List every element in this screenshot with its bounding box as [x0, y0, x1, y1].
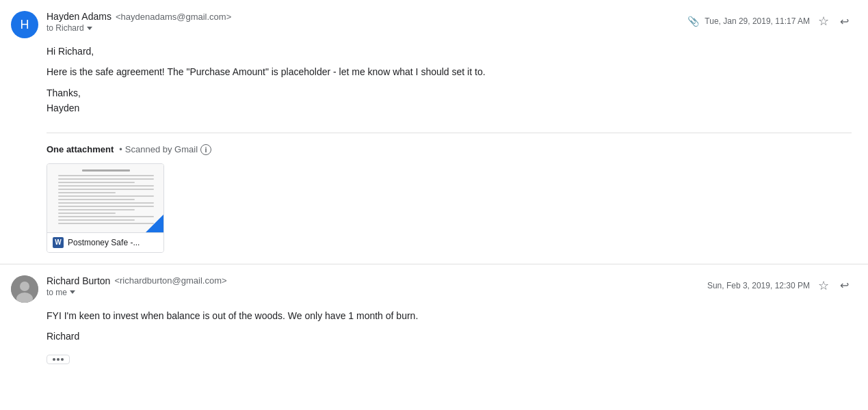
avatar-hayden: H	[11, 11, 38, 38]
email-body-1: Hi Richard, Here is the safe agreement! …	[47, 44, 852, 116]
signature-2: Richard	[47, 329, 852, 344]
expand-dots-button[interactable]	[47, 355, 70, 364]
to-label-2[interactable]: to me	[47, 288, 227, 297]
email-header-2: Richard Burton <richardburton@gmail.com>…	[11, 275, 852, 303]
attachment-corner	[146, 213, 164, 232]
doc-line	[58, 192, 116, 193]
sender-name-1: Hayden Adams	[47, 11, 111, 22]
sender-area-2: Richard Burton <richardburton@gmail.com>…	[11, 275, 227, 303]
star-button-2[interactable]: ☆	[815, 275, 832, 296]
body-content-2: FYI I'm keen to invest when balance is o…	[47, 308, 852, 323]
email-header-1: H Hayden Adams <haydenadams@gmail.com> t…	[11, 11, 852, 38]
header-right-1: 📎 Tue, Jan 29, 2019, 11:17 AM ☆ ↩	[687, 11, 852, 31]
word-icon: W	[53, 237, 64, 248]
email-body-2: FYI I'm keen to invest when balance is o…	[47, 308, 852, 366]
header-icons-2: ☆ ↩	[815, 275, 852, 296]
avatar-svg	[11, 275, 38, 303]
sender-name-row-2: Richard Burton <richardburton@gmail.com>	[47, 275, 227, 286]
doc-line	[58, 223, 154, 224]
sender-name-2: Richard Burton	[47, 275, 110, 286]
doc-line	[58, 185, 154, 187]
reply-button-1[interactable]: ↩	[837, 12, 852, 31]
sender-email-1: <haydenadams@gmail.com>	[116, 12, 231, 22]
dot-3	[61, 358, 64, 361]
doc-line	[58, 213, 116, 214]
doc-line	[58, 199, 135, 200]
email-message-1: H Hayden Adams <haydenadams@gmail.com> t…	[0, 0, 868, 264]
attachment-card[interactable]: W Postmoney Safe -...	[47, 163, 164, 253]
attachment-name: Postmoney Safe -...	[68, 238, 140, 247]
reply-button-2[interactable]: ↩	[837, 276, 852, 295]
chevron-down-icon-2[interactable]	[70, 290, 75, 294]
doc-line	[58, 216, 154, 217]
doc-line	[58, 195, 154, 197]
chevron-down-icon[interactable]	[87, 27, 92, 30]
sender-info-1: Hayden Adams <haydenadams@gmail.com> to …	[47, 11, 231, 33]
sender-name-row-1: Hayden Adams <haydenadams@gmail.com>	[47, 11, 231, 22]
header-icons-1: ☆ ↩	[815, 11, 852, 31]
attachment-footer: W Postmoney Safe -...	[47, 232, 163, 252]
timestamp-2: Sun, Feb 3, 2019, 12:30 PM	[707, 281, 810, 290]
doc-line	[58, 202, 154, 204]
doc-line	[58, 175, 154, 176]
doc-line	[58, 178, 154, 180]
doc-line	[58, 189, 154, 190]
avatar-richard	[11, 275, 38, 303]
svg-point-1	[20, 282, 29, 291]
clip-icon: 📎	[687, 16, 699, 27]
dot-1	[53, 358, 55, 361]
doc-line	[58, 219, 135, 221]
body-line-thanks: Thanks,Hayden	[47, 85, 852, 116]
doc-line	[58, 206, 154, 207]
attachment-count: One attachment	[47, 144, 114, 154]
info-icon[interactable]: i	[200, 144, 211, 155]
timestamp-1: Tue, Jan 29, 2019, 11:17 AM	[705, 16, 810, 26]
star-button-1[interactable]: ☆	[815, 11, 832, 31]
body-line-greeting: Hi Richard,	[47, 44, 852, 59]
doc-line	[82, 169, 130, 172]
dot-2	[57, 358, 60, 361]
body-line-content: Here is the safe agreement! The "Purchas…	[47, 64, 852, 79]
attachment-preview	[47, 164, 164, 232]
sender-email-2: <richardburton@gmail.com>	[114, 275, 226, 286]
attachment-section: One attachment • Scanned by Gmail i	[47, 133, 852, 253]
email-thread: H Hayden Adams <haydenadams@gmail.com> t…	[0, 0, 868, 377]
doc-preview-lines	[58, 169, 154, 226]
email-message-2: Richard Burton <richardburton@gmail.com>…	[0, 264, 868, 377]
doc-line	[58, 209, 135, 210]
attachment-label: One attachment • Scanned by Gmail i	[47, 144, 852, 155]
scanned-badge: • Scanned by Gmail i	[119, 144, 211, 155]
doc-line	[58, 182, 135, 183]
header-right-2: Sun, Feb 3, 2019, 12:30 PM ☆ ↩	[707, 275, 852, 296]
to-label-1[interactable]: to Richard	[47, 23, 231, 33]
sender-area-1: H Hayden Adams <haydenadams@gmail.com> t…	[11, 11, 231, 38]
sender-info-2: Richard Burton <richardburton@gmail.com>…	[47, 275, 227, 297]
